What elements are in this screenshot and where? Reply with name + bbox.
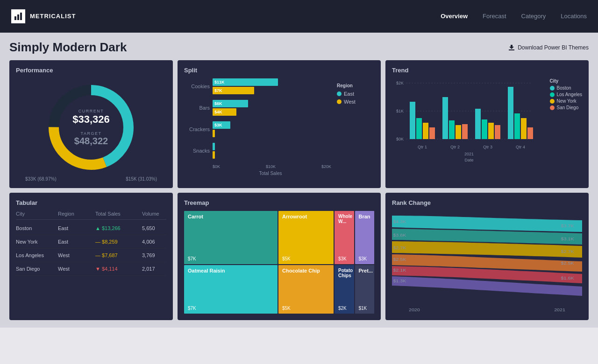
arrowroot-val: $5K: [282, 256, 330, 261]
split-title: Split: [184, 67, 374, 74]
east-label: East: [344, 91, 354, 97]
bar-west-bars: $4K: [213, 108, 236, 116]
svg-text:$4.3K: $4.3K: [393, 219, 406, 224]
oatmeal-val: $7K: [188, 306, 274, 311]
svg-rect-23: [495, 125, 500, 139]
treemap-right-col: Whole W... $3K Bran $3K Potato Chips $2K: [335, 211, 374, 314]
table-row: San Diego West ▼ $4,114 2,017: [16, 262, 166, 276]
svg-text:$2.5K: $2.5K: [393, 257, 406, 262]
treemap-oatmeal: Oatmeal Raisin $7K: [184, 265, 278, 314]
svg-text:$2.7K: $2.7K: [561, 249, 575, 254]
treemap-mid-col: Arrowroot $5K Chocolate Chip $5K: [278, 211, 334, 314]
legend-title: Region: [337, 83, 374, 88]
legend-boston: Boston: [550, 85, 583, 91]
bar-group-cookies: $11K $7K: [213, 78, 331, 94]
nav-overview[interactable]: Overview: [441, 13, 468, 20]
svg-text:2021: 2021: [464, 152, 474, 156]
download-label: Download Power BI Themes: [518, 44, 589, 51]
svg-rect-0: [14, 16, 16, 20]
region-la: West: [58, 252, 95, 258]
bar-axis: $0K $10K $20K: [184, 164, 331, 169]
svg-text:$1.3K: $1.3K: [393, 279, 406, 283]
city-ny: New York: [16, 239, 58, 245]
svg-rect-1: [17, 14, 19, 20]
svg-rect-15: [429, 127, 435, 139]
svg-text:$0K: $0K: [396, 137, 404, 141]
svg-text:Qtr 1: Qtr 1: [418, 145, 427, 149]
nav-category[interactable]: Category: [521, 13, 546, 20]
axis-0k: $0K: [213, 164, 220, 169]
rank-card: Rank Change $4.3K: [385, 193, 589, 320]
trend-card: Trend City Boston Los Angeles New York: [385, 60, 589, 188]
sales-la: — $7,687: [95, 252, 142, 258]
legend-ny: New York: [550, 98, 583, 104]
app-name: METRICALIST: [30, 13, 76, 20]
svg-text:$2.7K: $2.7K: [393, 245, 406, 250]
bar-row-snacks: Snacks: [184, 143, 331, 159]
topbar: METRICALIST Overview Forecast Category L…: [0, 0, 598, 33]
current-value: $33,326: [72, 113, 110, 126]
axis-20k: $20K: [321, 164, 331, 169]
svg-rect-17: [449, 120, 455, 139]
svg-rect-14: [423, 123, 428, 139]
download-button[interactable]: Download Power BI Themes: [508, 44, 589, 51]
performance-title: Performance: [16, 67, 166, 74]
treemap-right-top: Whole W... $3K Bran $3K: [335, 211, 374, 264]
potchips-label: Potato Chips: [338, 268, 350, 278]
sd-label: San Diego: [557, 105, 579, 110]
chocchip-label: Chocolate Chip: [282, 268, 330, 273]
svg-text:2021: 2021: [554, 308, 565, 312]
svg-text:$3.7K: $3.7K: [561, 224, 575, 228]
svg-text:Date: Date: [464, 158, 473, 162]
rank-title: Rank Change: [392, 199, 582, 206]
svg-rect-2: [20, 13, 22, 20]
main-content: Simply Modern Dark Download Power BI The…: [0, 33, 598, 328]
city-la: Los Angeles: [16, 252, 58, 258]
bar-label-snacks: Snacks: [184, 148, 210, 154]
volume-ny: 4,006: [142, 239, 173, 245]
bar-group-snacks: [213, 143, 331, 159]
treemap-arrowroot: Arrowroot $5K: [278, 211, 334, 264]
svg-rect-12: [410, 102, 415, 139]
wholew-val: $3K: [338, 256, 350, 261]
trend-svg: $2K $1K $0K: [392, 78, 537, 172]
nav-locations[interactable]: Locations: [561, 13, 587, 20]
col-volume: Volume: [142, 211, 173, 217]
la-dot: [550, 92, 555, 97]
boston-label: Boston: [557, 85, 571, 91]
treemap-bran: Bran $3K: [355, 211, 375, 264]
bar-label-cookies: Cookies: [184, 84, 210, 89]
page-header: Simply Modern Dark Download Power BI The…: [9, 40, 589, 55]
treemap-carrot: Carrot $7K: [184, 211, 278, 264]
legend-west: West: [337, 99, 374, 105]
donut-center: CURRENT $33,326 TARGET $48,322: [72, 109, 110, 147]
svg-rect-13: [416, 118, 422, 139]
carrot-val: $7K: [188, 256, 274, 261]
performance-card: Performance CURRENT $33,326 TARGET $48,3…: [9, 60, 173, 188]
treemap-title: Treemap: [184, 199, 374, 206]
current-label: CURRENT: [72, 109, 110, 113]
axis-10k: $10K: [266, 164, 276, 169]
carrot-label: Carrot: [188, 214, 274, 219]
svg-rect-27: [527, 127, 533, 139]
pret-val: $1K: [359, 306, 371, 311]
svg-rect-26: [521, 118, 527, 139]
svg-text:$3.6K: $3.6K: [393, 233, 406, 238]
bar-label-bars: Bars: [184, 105, 210, 111]
bar-group-crackers: $3K: [213, 121, 331, 137]
svg-rect-20: [475, 109, 481, 139]
wholew-label: Whole W...: [338, 214, 350, 224]
col-region: Region: [58, 211, 95, 217]
trend-legend: City Boston Los Angeles New York: [550, 78, 583, 112]
sd-dot: [550, 105, 555, 110]
table-row: New York East — $8,259 4,006: [16, 235, 166, 249]
logo-area: METRICALIST: [11, 9, 76, 23]
svg-text:$2K: $2K: [396, 81, 404, 85]
bar-east-cookies: $11K: [213, 78, 278, 86]
svg-rect-16: [442, 97, 448, 139]
nav-forecast[interactable]: Forecast: [483, 13, 506, 20]
table-header: City Region Total Sales Volume: [16, 211, 166, 220]
svg-text:$1.6K: $1.6K: [561, 276, 575, 280]
rank-chart: $4.3K $3.6K $2.7K $2.5K $2.1K $1.3K $3.7…: [392, 211, 582, 314]
svg-rect-24: [508, 87, 513, 139]
